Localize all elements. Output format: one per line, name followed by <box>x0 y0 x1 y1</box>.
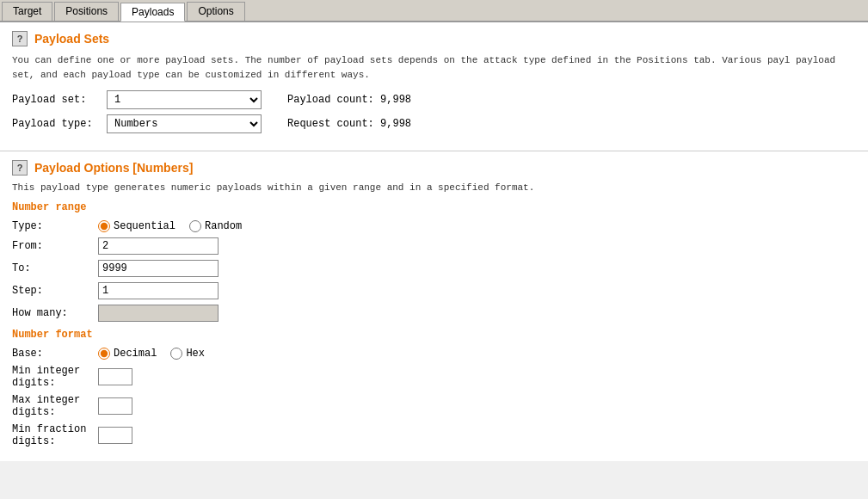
request-count-info: Request count: 9,998 <box>287 118 411 130</box>
max-integer-label: Max integer digits: <box>12 394 98 418</box>
decimal-label: Decimal <box>114 348 157 360</box>
type-row: Type: Sequential Random <box>12 220 856 232</box>
step-input[interactable] <box>98 282 219 299</box>
step-label: Step: <box>12 285 98 297</box>
payload-sets-section: ? Payload Sets You can define one or mor… <box>0 22 868 151</box>
from-label: From: <box>12 240 98 252</box>
type-label: Type: <box>12 220 98 232</box>
type-radio-group: Sequential Random <box>98 220 242 232</box>
hex-radio-label[interactable]: Hex <box>170 348 205 360</box>
sequential-radio-label[interactable]: Sequential <box>98 220 175 232</box>
payload-type-label: Payload type: <box>12 118 107 130</box>
how-many-input[interactable] <box>98 305 219 322</box>
min-integer-row: Min integer digits: <box>12 365 856 389</box>
min-fraction-label: Min fraction digits: <box>12 423 98 447</box>
base-radio-group: Decimal Hex <box>98 348 205 360</box>
hex-label: Hex <box>186 348 205 360</box>
payload-sets-description: You can define one or more payload sets.… <box>12 53 856 82</box>
payload-count-info: Payload count: 9,998 <box>287 94 411 106</box>
random-radio-label[interactable]: Random <box>189 220 242 232</box>
payload-type-row: Payload type: Numbers Request count: 9,9… <box>12 114 856 133</box>
decimal-radio[interactable] <box>98 348 110 360</box>
payload-options-header: ? Payload Options [Numbers] <box>12 160 856 176</box>
payload-sets-header: ? Payload Sets <box>12 31 856 46</box>
to-input[interactable] <box>98 260 219 277</box>
payload-set-select[interactable]: 1 <box>107 90 262 109</box>
payload-options-title: Payload Options [Numbers] <box>34 161 193 175</box>
payload-options-description: This payload type generates numeric payl… <box>12 182 856 193</box>
from-row: From: <box>12 237 856 255</box>
tab-options[interactable]: Options <box>187 2 244 21</box>
decimal-radio-label[interactable]: Decimal <box>98 348 157 360</box>
payload-sets-help-icon[interactable]: ? <box>12 31 28 46</box>
base-row: Base: Decimal Hex <box>12 348 856 360</box>
to-row: To: <box>12 260 856 277</box>
min-fraction-input[interactable] <box>98 427 132 444</box>
min-integer-input[interactable] <box>98 368 132 385</box>
tab-positions[interactable]: Positions <box>54 2 119 21</box>
tab-bar: Target Positions Payloads Options <box>0 0 868 22</box>
min-integer-label: Min integer digits: <box>12 365 98 389</box>
min-fraction-row: Min fraction digits: <box>12 423 856 447</box>
payload-options-section: ? Payload Options [Numbers] This payload… <box>0 151 868 461</box>
how-many-label: How many: <box>12 307 98 319</box>
payload-type-select[interactable]: Numbers <box>107 114 262 133</box>
tab-target[interactable]: Target <box>2 2 52 21</box>
payload-sets-title: Payload Sets <box>34 32 109 46</box>
random-label: Random <box>205 220 242 232</box>
how-many-row: How many: <box>12 305 856 322</box>
main-content: ? Payload Sets You can define one or mor… <box>0 22 868 461</box>
to-label: To: <box>12 262 98 274</box>
random-radio[interactable] <box>189 220 201 232</box>
tab-payloads[interactable]: Payloads <box>120 3 185 22</box>
sequential-radio[interactable] <box>98 220 110 232</box>
max-integer-input[interactable] <box>98 397 132 415</box>
payload-set-row: Payload set: 1 Payload count: 9,998 <box>12 90 856 109</box>
hex-radio[interactable] <box>170 348 182 360</box>
number-range-label: Number range <box>12 201 856 213</box>
payload-set-label: Payload set: <box>12 94 107 106</box>
number-format-label: Number format <box>12 329 856 341</box>
step-row: Step: <box>12 282 856 299</box>
base-label: Base: <box>12 348 98 360</box>
sequential-label: Sequential <box>114 220 175 232</box>
payload-options-help-icon[interactable]: ? <box>12 160 28 176</box>
max-integer-row: Max integer digits: <box>12 394 856 418</box>
from-input[interactable] <box>98 237 219 255</box>
